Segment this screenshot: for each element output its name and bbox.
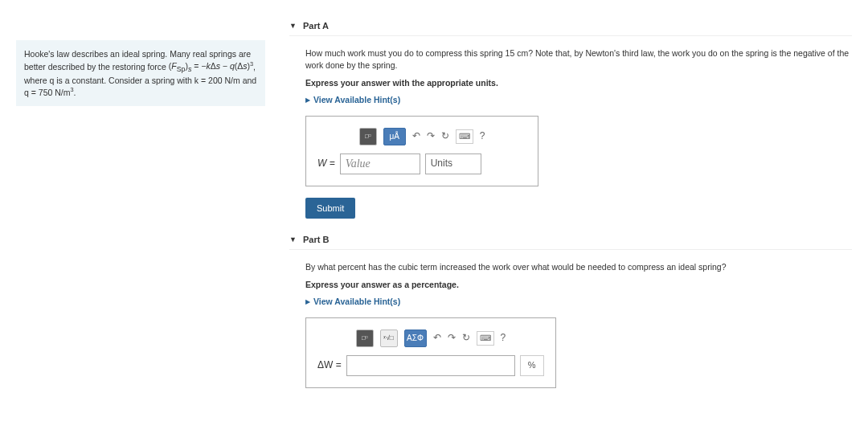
part-a-instruction: Express your answer with the appropriate… bbox=[305, 78, 498, 88]
redo-icon[interactable]: ↷ bbox=[427, 129, 435, 143]
triangle-right-icon: ▶ bbox=[305, 297, 310, 306]
reset-icon[interactable]: ↻ bbox=[462, 331, 470, 345]
submit-button[interactable]: Submit bbox=[305, 198, 355, 219]
help-icon[interactable]: ? bbox=[480, 129, 485, 143]
part-b-instruction: Express your answer as a percentage. bbox=[305, 280, 459, 289]
reset-icon[interactable]: ↻ bbox=[441, 129, 449, 143]
units-button[interactable]: μÅ bbox=[383, 128, 406, 145]
part-a-toolbar: □□ μÅ ↶ ↷ ↻ ⌨ ? bbox=[317, 128, 526, 145]
part-b-toolbar: □□ ᵡ√□ ΑΣΦ ↶ ↷ ↻ ⌨ ? bbox=[317, 330, 544, 347]
units-input[interactable]: Units bbox=[425, 154, 481, 174]
greek-button[interactable]: ΑΣΦ bbox=[404, 330, 427, 347]
caret-down-icon: ▼ bbox=[289, 22, 297, 30]
undo-icon[interactable]: ↶ bbox=[412, 129, 420, 143]
part-b-question: By what percent has the cubic term incre… bbox=[305, 261, 852, 273]
part-b-hints-toggle[interactable]: ▶ View Available Hint(s) bbox=[305, 296, 852, 308]
part-b-answer-box: □□ ᵡ√□ ΑΣΦ ↶ ↷ ↻ ⌨ ? ΔW = % bbox=[305, 317, 556, 388]
part-a-answer-box: □□ μÅ ↶ ↷ ↻ ⌨ ? W = Value Units bbox=[305, 116, 538, 186]
templates-button[interactable]: □□ bbox=[356, 330, 374, 347]
part-a-header[interactable]: ▼ Part A bbox=[289, 16, 852, 36]
keyboard-icon[interactable]: ⌨ bbox=[477, 331, 494, 346]
part-a-variable: W = bbox=[317, 157, 335, 170]
help-icon[interactable]: ? bbox=[501, 331, 506, 345]
caret-down-icon: ▼ bbox=[289, 235, 297, 244]
part-b-header[interactable]: ▼ Part B bbox=[289, 230, 852, 250]
percent-unit: % bbox=[520, 355, 544, 376]
part-b-title: Part B bbox=[303, 235, 329, 244]
templates-button[interactable]: □□ bbox=[359, 128, 377, 145]
part-b-input-row: ΔW = % bbox=[317, 355, 544, 376]
problem-intro: Hooke's law describes an ideal spring. M… bbox=[16, 40, 265, 106]
sqrt-button[interactable]: ᵡ√□ bbox=[380, 330, 398, 347]
part-b-body: By what percent has the cubic term incre… bbox=[289, 250, 852, 399]
part-a-hints-toggle[interactable]: ▶ View Available Hint(s) bbox=[305, 94, 852, 106]
redo-icon[interactable]: ↷ bbox=[448, 331, 456, 345]
keyboard-icon[interactable]: ⌨ bbox=[456, 129, 473, 144]
value-input[interactable] bbox=[346, 355, 515, 376]
part-a-question: How much work must you do to compress th… bbox=[305, 47, 852, 71]
part-a-title: Part A bbox=[303, 21, 329, 31]
triangle-right-icon: ▶ bbox=[305, 96, 310, 104]
intro-formula: (FSp)s = −kΔs − q(Δs)3 bbox=[169, 61, 253, 71]
value-input[interactable]: Value bbox=[340, 154, 420, 174]
part-b-variable: ΔW = bbox=[317, 358, 342, 372]
undo-icon[interactable]: ↶ bbox=[433, 331, 441, 345]
part-a-input-row: W = Value Units bbox=[317, 154, 526, 174]
part-a-body: How much work must you do to compress th… bbox=[289, 36, 852, 230]
